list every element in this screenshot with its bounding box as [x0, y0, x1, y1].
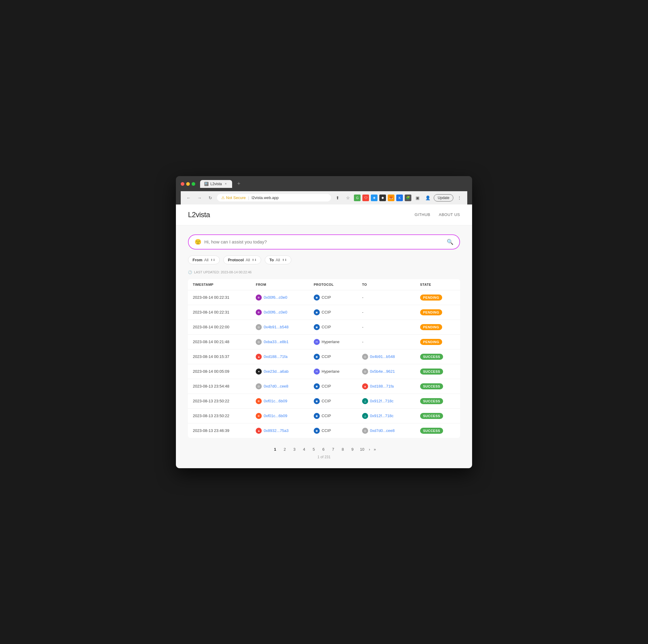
tab-close-btn[interactable]: ×: [224, 182, 228, 186]
page-header: L2vista GITHUB ABOUT US: [176, 204, 472, 225]
state-cell: PENDING: [415, 305, 460, 319]
last-updated: 🕐 LAST UPDATED: 2023-08-14 00:22:46: [188, 270, 460, 274]
table-row: 2023-08-14 00:22:31⊕0x00f6...c0e0◉CCIP-P…: [188, 305, 460, 319]
timestamp-cell: 2023-08-14 00:21:48: [188, 334, 251, 349]
logo: L2vista: [188, 211, 210, 219]
search-emoji-icon: 🙂: [195, 239, 201, 245]
page-4[interactable]: 4: [300, 445, 308, 454]
data-table: TIMESTAMP FROM PROTOCOL TO STATE 2023-08…: [188, 279, 460, 438]
table-row: 2023-08-13 23:46:39▲0x8932...75a3◉CCIP◎0…: [188, 423, 460, 438]
refresh-btn[interactable]: ↻: [206, 194, 215, 202]
from-cell: ⊕0x00f6...c0e0: [251, 305, 309, 319]
protocol-cell: ◉CCIP: [309, 423, 357, 438]
page-2[interactable]: 2: [280, 445, 289, 454]
from-address-link[interactable]: ⊕0x00f6...c0e0: [256, 295, 304, 301]
to-cell: ◎0x5b4e...9621: [357, 364, 415, 379]
page-1[interactable]: 1: [271, 445, 279, 454]
last-page-btn[interactable]: »: [373, 447, 377, 452]
from-address-link[interactable]: ⊗0xf01c...6b09: [256, 398, 304, 404]
to-address-link[interactable]: ◎0x5b4e...9621: [362, 368, 411, 374]
github-link[interactable]: GITHUB: [415, 212, 430, 217]
bookmark-icon[interactable]: ☆: [344, 194, 352, 202]
maximize-window-btn[interactable]: [192, 182, 195, 186]
status-badge: SUCCESS: [420, 368, 443, 374]
timestamp-cell: 2023-08-14 00:15:37: [188, 349, 251, 364]
to-address-link[interactable]: ◎0xd7d0...cee8: [362, 428, 411, 434]
from-address-link[interactable]: ●0xe23d...a6ab: [256, 368, 304, 374]
close-window-btn[interactable]: [181, 182, 184, 186]
to-address-link[interactable]: ◎0x4b91...b548: [362, 354, 411, 360]
page-3[interactable]: 3: [290, 445, 299, 454]
from-cell: ⊗0xf01c...6b09: [251, 408, 309, 423]
filter-to[interactable]: To All ⬆⬇: [265, 255, 291, 264]
extension-k-icon[interactable]: K: [396, 194, 403, 201]
table-body: 2023-08-14 00:22:31⊕0x00f6...c0e0◉CCIP-P…: [188, 290, 460, 438]
to-address-link[interactable]: ◬0x912f...718c: [362, 413, 411, 419]
filter-protocol[interactable]: Protocol All ⬆⬇: [223, 255, 261, 264]
filter-protocol-value: All: [246, 258, 250, 262]
share-icon[interactable]: ⬆: [333, 194, 342, 202]
extension-dark-icon[interactable]: ◆: [379, 194, 386, 201]
state-cell: PENDING: [415, 334, 460, 349]
menu-icon[interactable]: ⋮: [455, 194, 464, 202]
to-address-link[interactable]: ▲0xd188...71fa: [362, 383, 411, 389]
filter-to-value: All: [276, 258, 280, 262]
page-10[interactable]: 10: [358, 445, 366, 454]
to-cell: ◬0x912f...718c: [357, 394, 415, 408]
from-address-link[interactable]: ◎0xd7d0...cee8: [256, 383, 304, 389]
from-address-link[interactable]: ▲0x8932...75a3: [256, 428, 304, 434]
last-updated-text: LAST UPDATED: 2023-08-14 00:22:46: [194, 270, 252, 274]
col-state: STATE: [415, 279, 460, 290]
page-9[interactable]: 9: [348, 445, 357, 454]
timestamp-cell: 2023-08-14 00:22:31: [188, 290, 251, 305]
search-submit-icon[interactable]: 🔍: [447, 239, 453, 245]
from-address-link[interactable]: ◎0xba33...e8b1: [256, 339, 304, 345]
state-cell: PENDING: [415, 319, 460, 334]
timestamp-cell: 2023-08-14 00:22:31: [188, 305, 251, 319]
to-cell: -: [357, 290, 415, 305]
from-address-link[interactable]: ◎0x4b91...b548: [256, 324, 304, 330]
extension-red-icon[interactable]: 🛡: [362, 194, 369, 201]
state-cell: SUCCESS: [415, 349, 460, 364]
profile-icon[interactable]: 👤: [423, 194, 432, 202]
protocol-cell: ◉CCIP: [309, 349, 357, 364]
new-tab-btn[interactable]: +: [234, 180, 243, 188]
tab-favicon-icon: 🔍: [204, 182, 209, 186]
clock-icon: 🕐: [188, 270, 192, 274]
back-btn[interactable]: ←: [184, 194, 193, 202]
state-cell: SUCCESS: [415, 364, 460, 379]
table-row: 2023-08-14 00:22:00◎0x4b91...b548◉CCIP-P…: [188, 319, 460, 334]
from-address-link[interactable]: ⊗0xf01c...6b09: [256, 413, 304, 419]
page-7[interactable]: 7: [329, 445, 337, 454]
minimize-window-btn[interactable]: [186, 182, 190, 186]
extension-blue-icon[interactable]: ◈: [371, 194, 377, 201]
table-header: TIMESTAMP FROM PROTOCOL TO STATE: [188, 279, 460, 290]
page-8[interactable]: 8: [338, 445, 347, 454]
state-cell: SUCCESS: [415, 423, 460, 438]
from-address-link[interactable]: ▲0xd188...71fa: [256, 354, 304, 360]
next-page-btn[interactable]: ›: [368, 447, 371, 452]
active-tab[interactable]: 🔍 L2vista ×: [200, 180, 232, 188]
from-address-link[interactable]: ⊕0x00f6...c0e0: [256, 309, 304, 315]
update-btn[interactable]: Update: [434, 194, 453, 201]
from-cell: ◎0xba33...e8b1: [251, 334, 309, 349]
table-row: 2023-08-14 00:15:37▲0xd188...71fa◉CCIP◎0…: [188, 349, 460, 364]
to-address-link[interactable]: ◬0x912f...718c: [362, 398, 411, 404]
sidebar-icon[interactable]: ▣: [413, 194, 422, 202]
search-input[interactable]: [204, 239, 444, 244]
extension-g-icon[interactable]: G: [354, 194, 361, 201]
status-badge: SUCCESS: [420, 413, 443, 419]
page-6[interactable]: 6: [319, 445, 328, 454]
page-5[interactable]: 5: [310, 445, 318, 454]
address-bar[interactable]: ⚠ Not Secure | l2vista.web.app: [217, 194, 331, 201]
search-bar[interactable]: 🙂 🔍: [188, 234, 460, 249]
filter-to-arrow-icon: ⬆⬇: [282, 258, 287, 261]
protocol-cell: HHyperlane: [309, 364, 357, 379]
forward-btn[interactable]: →: [195, 194, 204, 202]
about-us-link[interactable]: ABOUT US: [439, 212, 460, 217]
protocol-cell: HHyperlane: [309, 334, 357, 349]
extension-puzzle-icon[interactable]: 🧩: [405, 194, 411, 201]
col-to: TO: [357, 279, 415, 290]
extension-fox-icon[interactable]: 🦊: [388, 194, 394, 201]
filter-from[interactable]: From All ⬆⬇: [188, 255, 220, 264]
